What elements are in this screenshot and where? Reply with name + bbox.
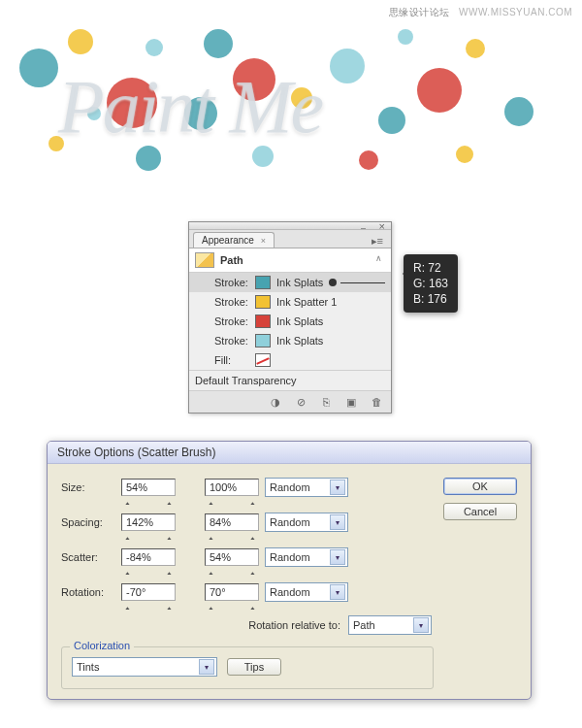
spacing-label: Spacing: bbox=[61, 516, 115, 528]
path-thumb-icon bbox=[195, 252, 214, 268]
panel-topbar: – × bbox=[189, 222, 391, 230]
fill-label: Fill: bbox=[214, 354, 255, 366]
stroke-label: Stroke: bbox=[214, 277, 255, 288]
colorization-legend: Colorization bbox=[70, 640, 134, 651]
spacing-mode-combo[interactable]: Random ▾ bbox=[265, 513, 348, 532]
stroke-options-dialog: Stroke Options (Scatter Brush) Size: 54%… bbox=[47, 441, 532, 700]
tab-appearance-label: Appearance bbox=[202, 235, 254, 246]
rotation-label: Rotation: bbox=[61, 586, 115, 598]
chevron-down-icon: ▾ bbox=[330, 514, 345, 530]
pointer-line bbox=[340, 282, 385, 283]
new-icon[interactable]: ▣ bbox=[342, 395, 360, 409]
stroke-row-3[interactable]: Stroke: Ink Splats bbox=[189, 331, 391, 350]
rotation-b-input[interactable]: 70° bbox=[205, 583, 259, 601]
tab-close-icon[interactable]: × bbox=[261, 236, 266, 246]
slider-arrows[interactable]: ▲▲ bbox=[208, 605, 256, 612]
brush-name-1: Ink Spatter 1 bbox=[276, 296, 337, 308]
chevron-down-icon: ▾ bbox=[330, 480, 345, 495]
b-value: 176 bbox=[428, 292, 447, 306]
rotation-mode-combo[interactable]: Random ▾ bbox=[265, 582, 348, 602]
swatch-0[interactable] bbox=[255, 276, 271, 289]
swatch-3[interactable] bbox=[255, 334, 271, 347]
clear-icon[interactable]: ⊘ bbox=[292, 395, 309, 409]
brush-name-3: Ink Splats bbox=[276, 335, 323, 347]
slider-arrows[interactable]: ▲▲ bbox=[208, 500, 256, 507]
duplicate-icon[interactable]: ⎘ bbox=[317, 395, 335, 409]
size-b-input[interactable]: 100% bbox=[205, 479, 259, 496]
swatch-none[interactable] bbox=[255, 353, 271, 367]
scatter-b-input[interactable]: 54% bbox=[205, 548, 259, 566]
brush-dot-icon bbox=[329, 279, 337, 286]
g-label: G: bbox=[413, 277, 426, 290]
minimize-icon[interactable]: – bbox=[361, 223, 366, 233]
tab-appearance[interactable]: Appearance × bbox=[193, 232, 275, 248]
stroke-row-2[interactable]: Stroke: Ink Splats bbox=[189, 312, 391, 331]
spacing-mode-value: Random bbox=[270, 516, 310, 528]
slider-arrows[interactable]: ▲▲ bbox=[124, 605, 173, 612]
hero-text: Paint Me bbox=[58, 63, 322, 150]
b-label: B: bbox=[413, 292, 424, 306]
trash-icon[interactable]: 🗑 bbox=[368, 395, 385, 409]
chevron-down-icon: ▾ bbox=[330, 584, 345, 600]
ok-button[interactable]: OK bbox=[443, 478, 517, 495]
dialog-title: Stroke Options (Scatter Brush) bbox=[48, 442, 531, 464]
spacing-a-input[interactable]: 142% bbox=[121, 513, 176, 531]
stroke-row-1[interactable]: Stroke: Ink Spatter 1 bbox=[189, 292, 391, 312]
colorization-fieldset: Colorization Tints ▾ Tips bbox=[61, 646, 434, 689]
size-mode-combo[interactable]: Random ▾ bbox=[265, 478, 348, 497]
stroke-label: Stroke: bbox=[214, 315, 255, 327]
g-value: 163 bbox=[429, 277, 448, 290]
slider-arrows[interactable]: ▲▲ bbox=[124, 500, 173, 507]
swatch-1[interactable] bbox=[255, 295, 271, 309]
brush-name-2: Ink Splats bbox=[276, 315, 323, 327]
scroll-up-icon[interactable]: ∧ bbox=[372, 253, 385, 267]
spacing-row: Spacing: 142% ▲▲ 84% ▲▲ Random ▾ bbox=[61, 513, 434, 532]
colorization-value: Tints bbox=[77, 661, 99, 673]
slider-arrows[interactable]: ▲▲ bbox=[124, 570, 173, 577]
chevron-down-icon: ▾ bbox=[199, 659, 214, 675]
appearance-panel: – × Appearance × ▸≡ Path ∧ Stroke: Ink S… bbox=[188, 221, 392, 414]
rgb-tooltip: R: 72 G: 163 B: 176 bbox=[404, 254, 458, 313]
default-transparency-row[interactable]: Default Transparency bbox=[189, 370, 391, 391]
r-value: 72 bbox=[428, 261, 440, 275]
colorization-combo[interactable]: Tints ▾ bbox=[72, 657, 217, 677]
path-label: Path bbox=[220, 254, 243, 266]
size-mode-value: Random bbox=[270, 481, 310, 493]
tips-button[interactable]: Tips bbox=[227, 658, 281, 676]
path-row[interactable]: Path ∧ bbox=[189, 248, 391, 273]
rotation-relative-row: Rotation relative to: Path ▾ bbox=[61, 615, 434, 635]
scatter-row: Scatter: -84% ▲▲ 54% ▲▲ Random ▾ bbox=[61, 547, 434, 567]
rot-rel-combo[interactable]: Path ▾ bbox=[348, 615, 432, 635]
default-transparency-label: Default Transparency bbox=[195, 375, 297, 386]
scatter-mode-value: Random bbox=[270, 551, 310, 563]
stroke-label: Stroke: bbox=[214, 335, 255, 347]
panel-footer: ◑ ⊘ ⎘ ▣ 🗑 bbox=[189, 391, 391, 413]
spacing-b-input[interactable]: 84% bbox=[205, 513, 259, 531]
brush-name-0: Ink Splats bbox=[276, 277, 323, 288]
stroke-label: Stroke: bbox=[214, 296, 255, 308]
chevron-down-icon: ▾ bbox=[330, 549, 345, 565]
stroke-row-0[interactable]: Stroke: Ink Splats bbox=[189, 273, 391, 292]
close-icon[interactable]: × bbox=[379, 220, 385, 232]
rotation-a-input[interactable]: -70° bbox=[121, 583, 176, 601]
size-a-input[interactable]: 54% bbox=[121, 479, 176, 496]
scatter-label: Scatter: bbox=[61, 551, 115, 563]
chevron-down-icon: ▾ bbox=[413, 617, 429, 633]
scatter-mode-combo[interactable]: Random ▾ bbox=[265, 547, 348, 567]
rotation-mode-value: Random bbox=[270, 586, 310, 598]
slider-arrows[interactable]: ▲▲ bbox=[208, 570, 256, 577]
scatter-a-input[interactable]: -84% bbox=[121, 548, 176, 566]
panel-menu-icon[interactable]: ▸≡ bbox=[372, 235, 387, 248]
new-fill-icon[interactable]: ◑ bbox=[267, 395, 284, 409]
rot-rel-value: Path bbox=[353, 619, 375, 631]
r-label: R: bbox=[413, 261, 425, 275]
size-row: Size: 54% ▲▲ 100% ▲▲ Random ▾ bbox=[61, 478, 434, 497]
rot-rel-label: Rotation relative to: bbox=[248, 619, 340, 631]
hero-illustration: Paint Me bbox=[0, 0, 582, 194]
fill-row[interactable]: Fill: bbox=[189, 350, 391, 370]
slider-arrows[interactable]: ▲▲ bbox=[124, 535, 173, 542]
slider-arrows[interactable]: ▲▲ bbox=[208, 535, 256, 542]
size-label: Size: bbox=[61, 481, 115, 493]
swatch-2[interactable] bbox=[255, 314, 271, 328]
cancel-button[interactable]: Cancel bbox=[443, 503, 517, 520]
